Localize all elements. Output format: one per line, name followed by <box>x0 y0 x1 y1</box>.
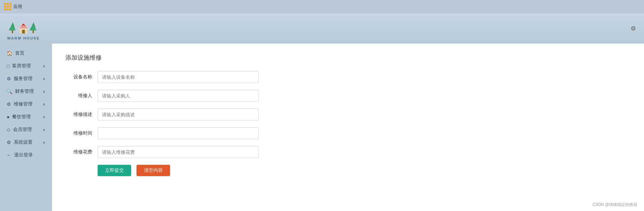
logo-text: WARM HOUSE <box>7 36 40 40</box>
label-description: 维修描述 <box>65 112 92 118</box>
chevron-up-icon: ∧ <box>43 77 45 81</box>
sidebar-item-label: 服务管理 <box>14 76 33 82</box>
apps-launcher[interactable]: 应用 <box>4 3 22 10</box>
sidebar-item-label: 餐饮管理 <box>12 114 31 120</box>
form-row-device-name: 设备名称 <box>65 71 631 83</box>
input-device-name[interactable] <box>98 71 259 83</box>
sidebar-item-label: 客房管理 <box>12 63 31 69</box>
top-bar: 应用 <box>0 0 644 13</box>
form-row-description: 维修描述 <box>65 109 631 121</box>
svg-rect-8 <box>22 30 25 33</box>
submit-button[interactable]: 立即提交 <box>98 165 131 176</box>
sidebar-item-room[interactable]: □ 客房管理 ∧ <box>0 60 52 72</box>
sidebar: 🏠 首页 □ 客房管理 ∧ ⚙ 服务管理 ∧ 🔍 财务管理 ∧ ⚙ 维修管理 ∧… <box>0 44 52 211</box>
chevron-up-icon: ∧ <box>43 115 45 119</box>
sidebar-item-home[interactable]: 🏠 首页 <box>0 47 52 60</box>
clear-button[interactable]: 清空内容 <box>137 165 170 176</box>
input-repair-cost[interactable] <box>98 146 259 158</box>
page-title: 添加设施维修 <box>65 54 631 62</box>
logo-area: WARM HOUSE <box>7 17 40 40</box>
form-row-repairer: 维修人 <box>65 90 631 102</box>
apps-label: 应用 <box>13 4 22 10</box>
label-repairer: 维修人 <box>65 93 92 99</box>
input-description[interactable] <box>98 109 259 121</box>
sidebar-item-label: 退出登录 <box>14 152 33 158</box>
catering-icon: ● <box>7 114 9 120</box>
finance-icon: 🔍 <box>7 89 12 94</box>
main-layout: 🏠 首页 □ 客房管理 ∧ ⚙ 服务管理 ∧ 🔍 财务管理 ∧ ⚙ 维修管理 ∧… <box>0 44 644 211</box>
sidebar-item-label: 维修管理 <box>14 101 33 107</box>
sidebar-item-label: 首页 <box>15 50 24 56</box>
chevron-up-icon: ∧ <box>43 140 45 145</box>
apps-grid-icon <box>4 3 11 10</box>
sidebar-item-service[interactable]: ⚙ 服务管理 ∧ <box>0 72 52 85</box>
label-device-name: 设备名称 <box>65 74 92 80</box>
input-repairer[interactable] <box>98 90 259 102</box>
chevron-up-icon: ∧ <box>43 89 45 94</box>
label-repair-time: 维修时间 <box>65 130 92 136</box>
header: WARM HOUSE ⚙ <box>0 13 644 44</box>
main-content: 添加设施维修 设备名称 维修人 维修描述 维修时间 维修花费 立即提交 <box>52 44 644 211</box>
repair-icon: ⚙ <box>7 101 11 107</box>
logout-icon: ← <box>7 152 11 158</box>
sidebar-item-label: 会员管理 <box>13 127 32 133</box>
form-row-repair-time: 维修时间 <box>65 127 631 139</box>
sidebar-item-catering[interactable]: ● 餐饮管理 ∧ <box>0 111 52 123</box>
label-repair-cost: 维修花费 <box>65 149 92 155</box>
chevron-up-icon: ∧ <box>43 64 45 68</box>
logo-icon <box>7 17 40 36</box>
sidebar-item-label: 系统设置 <box>14 139 33 145</box>
service-icon: ⚙ <box>7 76 11 81</box>
home-icon: 🏠 <box>7 51 12 56</box>
member-icon: ◇ <box>7 127 10 132</box>
svg-rect-2 <box>12 30 13 33</box>
chevron-up-icon: ∧ <box>43 128 45 132</box>
button-row: 立即提交 清空内容 <box>65 165 631 176</box>
input-repair-time[interactable] <box>98 127 259 139</box>
watermark: CSDN @情绪稳定的猹祖 <box>592 202 637 208</box>
svg-marker-1 <box>9 24 15 30</box>
svg-rect-5 <box>33 30 34 33</box>
settings-icon[interactable]: ⚙ <box>629 24 637 32</box>
sidebar-item-label: 财务管理 <box>15 88 34 94</box>
system-icon: ⚙ <box>7 140 11 145</box>
chevron-up-icon: ∧ <box>43 102 45 107</box>
room-icon: □ <box>7 63 9 69</box>
svg-marker-4 <box>30 24 36 30</box>
sidebar-item-system[interactable]: ⚙ 系统设置 ∧ <box>0 136 52 149</box>
form-row-repair-cost: 维修花费 <box>65 146 631 158</box>
sidebar-item-member[interactable]: ◇ 会员管理 ∧ <box>0 123 52 136</box>
sidebar-item-finance[interactable]: 🔍 财务管理 ∧ <box>0 85 52 98</box>
sidebar-item-repair[interactable]: ⚙ 维修管理 ∧ <box>0 98 52 111</box>
sidebar-item-logout[interactable]: ← 退出登录 <box>0 149 52 161</box>
